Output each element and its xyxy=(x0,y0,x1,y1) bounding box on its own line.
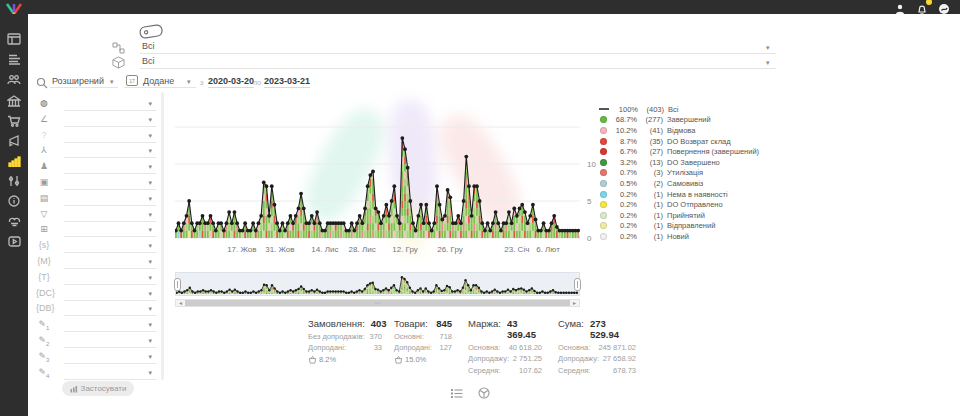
stat-column: Сума: 273 529.94 Основна:245 871.02 Допр… xyxy=(558,318,636,375)
video-tutorials-icon[interactable] xyxy=(0,232,28,250)
globe-filter[interactable]: ◍ ▾ xyxy=(34,97,160,112)
product-select-underline[interactable] xyxy=(140,68,776,69)
legend-item[interactable]: 0.7% (3) Утилізація xyxy=(600,168,800,179)
legend-label: DO Возврат склад xyxy=(667,137,731,146)
legend-percent: 0.2% xyxy=(611,190,637,199)
date-field-select[interactable]: Додане xyxy=(143,76,174,86)
scrollbar-thumb[interactable]: ⋯ xyxy=(185,300,570,306)
help-filter[interactable]: ? ▾ xyxy=(34,129,160,144)
product-select-value[interactable]: Всі xyxy=(142,56,155,66)
legend-item[interactable]: 0.2% (1) Відправлений xyxy=(600,221,800,232)
app-logo[interactable] xyxy=(5,1,23,13)
legend-item[interactable]: 10.2% (41) Відмова xyxy=(600,125,800,136)
dc-filter[interactable]: {DC} ▾ xyxy=(34,287,160,302)
brush-handle-left[interactable] xyxy=(174,278,181,291)
brush-handle-right[interactable] xyxy=(574,278,581,291)
legend-item[interactable]: 6.7% (27) Повернення (завершений) xyxy=(600,146,800,157)
legend-label: Новий xyxy=(667,232,689,241)
filter-icon: ✎2 xyxy=(36,335,52,347)
package-view-icon[interactable] xyxy=(478,385,492,397)
search-icon[interactable] xyxy=(36,75,48,87)
package-filter[interactable]: ▣ ▾ xyxy=(34,176,160,191)
custom-field-3-filter[interactable]: ✎3 ▾ xyxy=(34,350,160,365)
settings-sliders-icon[interactable] xyxy=(0,172,28,190)
store-icon[interactable] xyxy=(0,92,28,110)
legend-item[interactable]: 0.2% (1) Прийнятий xyxy=(600,210,800,221)
funnel-filter[interactable]: ▽ ▾ xyxy=(34,208,160,223)
money-filter[interactable]: ▤ ▾ xyxy=(34,192,160,207)
legend-label: Повернення (завершений) xyxy=(667,147,759,156)
custom-field-2-filter[interactable]: ✎2 ▾ xyxy=(34,334,160,349)
chevron-down-icon: ▾ xyxy=(148,179,152,186)
scroll-left-arrow[interactable]: ◂ xyxy=(176,300,185,306)
panel-scrollbar[interactable] xyxy=(161,92,164,380)
stat-subrow: Середня:107.62 xyxy=(468,366,542,375)
list-view-icon[interactable] xyxy=(450,385,464,397)
legend-item[interactable]: 3.2% (13) DO Завершено xyxy=(600,157,800,168)
m-filter[interactable]: {M} ▾ xyxy=(34,255,160,270)
filter-icon: ▣ xyxy=(36,177,52,189)
customers-icon[interactable] xyxy=(0,70,28,88)
panel-tag-icon[interactable] xyxy=(136,22,166,40)
t-filter[interactable]: {T} ▾ xyxy=(34,271,160,286)
marketing-megaphone-icon[interactable] xyxy=(0,132,28,150)
date-from-input[interactable]: 2020-03-20 xyxy=(208,76,254,88)
person-filter[interactable]: ♟ ▾ xyxy=(34,160,160,175)
analytics-chart-icon[interactable] xyxy=(0,152,28,170)
legend-label: Завершений xyxy=(667,115,711,124)
legend-percent: 0.2% xyxy=(611,232,637,241)
legend-item[interactable]: 68.7% (277) Завершений xyxy=(600,115,800,126)
dashboard-icon[interactable] xyxy=(0,30,28,48)
stat-title: Сума: xyxy=(558,318,584,329)
chevron-down-icon: ▾ xyxy=(148,353,152,360)
legend-item[interactable]: 0.2% (1) Нема в наявності xyxy=(600,189,800,200)
legend-item[interactable]: 0.2% (1) DO Отправлено xyxy=(600,199,800,210)
legend-percent: 6.7% xyxy=(611,147,637,156)
legend-count: (35) xyxy=(637,137,663,146)
legend-swatch xyxy=(600,191,607,198)
legend-label: Відмова xyxy=(667,126,695,135)
chevron-down-icon: ▾ xyxy=(148,337,152,344)
sitemap-filter[interactable]: ⅄ ▾ xyxy=(34,144,160,159)
info-icon[interactable] xyxy=(0,192,28,210)
date-to-input[interactable]: 2023-03-21 xyxy=(264,76,310,88)
chevron-down-icon: ▾ xyxy=(148,147,152,154)
db-filter[interactable]: {DB} ▾ xyxy=(34,302,160,317)
apply-button[interactable]: Застосувати xyxy=(62,381,134,396)
cart-icon[interactable] xyxy=(0,112,28,130)
y-tick: 5 xyxy=(587,197,591,206)
y-tick: 10 xyxy=(587,160,596,169)
filter-icon: {DC} xyxy=(36,288,52,300)
analytics-page: Всі ▾ Всі ▾ Розширений ▾ 17 Додане ▾ з 2… xyxy=(0,0,960,416)
legend-item[interactable]: 8.7% (35) DO Возврат склад xyxy=(600,136,800,147)
legend-item[interactable]: 0.5% (2) Самовивіз xyxy=(600,178,800,189)
custom-field-1-filter[interactable]: ✎1 ▾ xyxy=(34,318,160,333)
legend-item[interactable]: 0.2% (1) Новий xyxy=(600,231,800,242)
filter-icon: ◍ xyxy=(36,98,52,110)
bell-icon[interactable] xyxy=(916,1,930,13)
x-tick: 28. Лис xyxy=(349,245,376,254)
filter-icon: ✎3 xyxy=(36,351,52,363)
chevron-down-icon: ▾ xyxy=(187,78,191,85)
status-select-value[interactable]: Всі xyxy=(142,41,155,51)
s-filter[interactable]: {s} ▾ xyxy=(34,239,160,254)
stat-subrow: Допродані:33 xyxy=(308,343,382,352)
custom-field-4-filter[interactable]: ✎4 ▾ xyxy=(34,366,160,381)
trend-filter[interactable]: ∠ ▾ xyxy=(34,113,160,128)
status-select-underline[interactable] xyxy=(140,53,776,54)
stat-title: Замовлення: xyxy=(308,318,365,329)
legend-item[interactable]: 100% (403) Всі xyxy=(600,104,800,115)
legend-label: DO Завершено xyxy=(667,158,720,167)
scroll-right-arrow[interactable]: ▸ xyxy=(570,300,579,306)
avatar[interactable] xyxy=(938,1,952,13)
support-icon[interactable] xyxy=(0,212,28,230)
search-mode-select[interactable]: Розширений xyxy=(52,76,104,86)
globe-grid-filter[interactable]: ⊞ ▾ xyxy=(34,223,160,238)
stat-subrow: Основні:718 xyxy=(394,332,452,341)
legend-percent: 100% xyxy=(612,105,638,114)
orders-list-icon[interactable] xyxy=(0,50,28,68)
profile-icon[interactable] xyxy=(894,1,908,13)
chart-scrollbar[interactable]: ◂ ▸ ⋯ xyxy=(175,299,580,307)
legend-percent: 8.7% xyxy=(611,137,637,146)
tags-icon xyxy=(112,40,126,52)
